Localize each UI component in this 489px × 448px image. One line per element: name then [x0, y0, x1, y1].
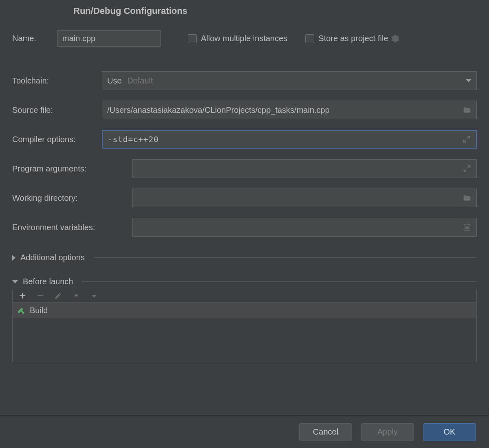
- expand-icon[interactable]: [463, 164, 471, 173]
- chevron-down-icon: [12, 280, 18, 283]
- source-file-label: Source file:: [12, 105, 102, 115]
- toolchain-select[interactable]: Use Default: [102, 71, 477, 90]
- hammer-icon: [17, 306, 26, 315]
- dialog-content: Name: Allow multiple instances Store as …: [0, 22, 489, 415]
- toolchain-use-prefix: Use: [107, 76, 122, 85]
- env-vars-label: Environment variables:: [12, 223, 132, 232]
- source-file-row: Source file:: [12, 101, 477, 119]
- source-file-input[interactable]: [107, 105, 463, 115]
- chevron-right-icon: [12, 255, 15, 261]
- move-down-icon[interactable]: [90, 292, 98, 300]
- divider: [94, 257, 477, 258]
- program-args-label: Program arguments:: [12, 164, 132, 173]
- working-dir-input-wrap: [132, 189, 477, 207]
- working-dir-label: Working directory:: [12, 193, 132, 203]
- program-args-row: Program arguments:: [12, 159, 477, 178]
- checkbox-icon: [188, 34, 197, 43]
- list-item-label: Build: [30, 306, 48, 315]
- additional-options-section[interactable]: Additional options: [12, 253, 477, 262]
- folder-icon[interactable]: [463, 193, 471, 202]
- toolchain-selected-value: Default: [127, 76, 153, 85]
- name-label: Name:: [12, 34, 57, 43]
- edit-icon[interactable]: [54, 292, 62, 300]
- env-vars-row: Environment variables:: [12, 218, 477, 237]
- compiler-options-row: Compiler options:: [12, 130, 477, 149]
- source-file-input-wrap: [102, 101, 477, 119]
- chevron-down-icon: [466, 79, 471, 82]
- before-launch-list-body: Build: [13, 303, 476, 362]
- compiler-options-input[interactable]: [108, 134, 462, 144]
- ok-button[interactable]: OK: [423, 423, 476, 441]
- compiler-options-input-wrap: [102, 130, 477, 149]
- expand-icon[interactable]: [462, 135, 471, 144]
- name-input[interactable]: [57, 30, 161, 47]
- dialog-footer: Cancel Apply OK: [0, 415, 489, 448]
- name-row: Name: Allow multiple instances Store as …: [12, 30, 477, 47]
- list-icon[interactable]: [463, 223, 471, 232]
- run-debug-config-dialog: Run/Debug Configurations Name: Allow mul…: [0, 0, 489, 448]
- working-dir-input[interactable]: [138, 193, 463, 203]
- list-item[interactable]: Build: [13, 303, 476, 318]
- dialog-title: Run/Debug Configurations: [0, 0, 489, 22]
- before-launch-toolbar: [13, 289, 476, 303]
- program-args-input-wrap: [132, 159, 477, 178]
- store-project-file-label: Store as project file: [318, 34, 388, 43]
- divider: [82, 281, 477, 282]
- store-project-file-checkbox[interactable]: Store as project file: [305, 34, 388, 43]
- before-launch-list: Build: [12, 289, 477, 362]
- folder-icon[interactable]: [463, 105, 471, 114]
- move-up-icon[interactable]: [72, 292, 80, 300]
- allow-multiple-label: Allow multiple instances: [201, 34, 287, 43]
- compiler-options-label: Compiler options:: [12, 135, 102, 144]
- toolchain-row: Toolchain: Use Default: [12, 71, 477, 90]
- working-dir-row: Working directory:: [12, 189, 477, 207]
- add-icon[interactable]: [18, 292, 26, 300]
- before-launch-label: Before launch: [23, 277, 73, 286]
- cancel-button[interactable]: Cancel: [299, 423, 352, 441]
- gear-icon[interactable]: [391, 34, 400, 43]
- remove-icon[interactable]: [36, 292, 44, 300]
- env-vars-input[interactable]: [138, 223, 463, 232]
- allow-multiple-checkbox[interactable]: Allow multiple instances: [188, 34, 287, 43]
- apply-button[interactable]: Apply: [361, 423, 414, 441]
- checkbox-icon: [305, 34, 314, 43]
- toolchain-label: Toolchain:: [12, 76, 102, 86]
- before-launch-section[interactable]: Before launch: [12, 277, 477, 286]
- env-vars-input-wrap: [132, 218, 477, 237]
- additional-options-label: Additional options: [20, 253, 85, 262]
- program-args-input[interactable]: [138, 164, 463, 173]
